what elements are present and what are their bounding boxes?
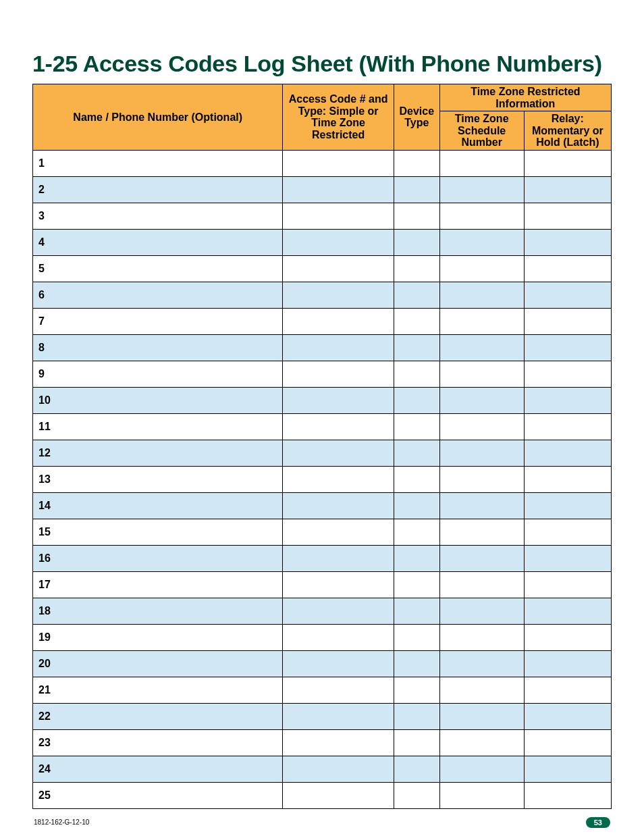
table-row: 3	[33, 203, 612, 229]
header-tz-schedule: Time Zone Schedule Number	[439, 111, 524, 151]
device-type-cell	[394, 440, 439, 466]
tz-schedule-cell	[439, 387, 524, 413]
access-code-cell	[283, 203, 394, 229]
access-code-cell	[283, 519, 394, 545]
relay-cell	[524, 650, 611, 677]
device-type-cell	[394, 782, 439, 808]
tz-schedule-cell	[439, 466, 524, 492]
device-type-cell	[394, 729, 439, 756]
row-number-cell: 5	[33, 255, 283, 282]
page-footer: 1812-162-G-12-10 53	[32, 817, 612, 828]
row-number-cell: 13	[33, 466, 283, 492]
table-row: 20	[33, 650, 612, 677]
access-code-cell	[283, 150, 394, 176]
relay-cell	[524, 334, 611, 361]
tz-schedule-cell	[439, 255, 524, 282]
access-code-cell	[283, 492, 394, 519]
tz-schedule-cell	[439, 519, 524, 545]
row-number-cell: 14	[33, 492, 283, 519]
row-number-cell: 18	[33, 598, 283, 624]
table-row: 1	[33, 150, 612, 176]
table-header: Name / Phone Number (Optional) Access Co…	[33, 84, 612, 151]
relay-cell	[524, 571, 611, 598]
device-type-cell	[394, 282, 439, 308]
table-row: 4	[33, 229, 612, 255]
table-row: 21	[33, 677, 612, 703]
table-body: 1234567891011121314151617181920212223242…	[33, 150, 612, 808]
tz-schedule-cell	[439, 782, 524, 808]
tz-schedule-cell	[439, 545, 524, 571]
device-type-cell	[394, 361, 439, 387]
device-type-cell	[394, 150, 439, 176]
relay-cell	[524, 624, 611, 650]
access-code-cell	[283, 282, 394, 308]
access-code-cell	[283, 255, 394, 282]
row-number-cell: 1	[33, 150, 283, 176]
table-row: 22	[33, 703, 612, 729]
tz-schedule-cell	[439, 677, 524, 703]
device-type-cell	[394, 756, 439, 782]
footer-doc-code: 1812-162-G-12-10	[34, 818, 89, 826]
access-code-cell	[283, 413, 394, 440]
tz-schedule-cell	[439, 650, 524, 677]
table-row: 15	[33, 519, 612, 545]
relay-cell	[524, 545, 611, 571]
table-row: 8	[33, 334, 612, 361]
table-row: 11	[33, 413, 612, 440]
access-code-cell	[283, 756, 394, 782]
device-type-cell	[394, 255, 439, 282]
tz-schedule-cell	[439, 361, 524, 387]
tz-schedule-cell	[439, 440, 524, 466]
relay-cell	[524, 492, 611, 519]
relay-cell	[524, 703, 611, 729]
relay-cell	[524, 440, 611, 466]
row-number-cell: 6	[33, 282, 283, 308]
table-row: 10	[33, 387, 612, 413]
table-row: 17	[33, 571, 612, 598]
access-code-cell	[283, 334, 394, 361]
row-number-cell: 3	[33, 203, 283, 229]
table-row: 6	[33, 282, 612, 308]
table-row: 9	[33, 361, 612, 387]
table-row: 12	[33, 440, 612, 466]
access-code-cell	[283, 624, 394, 650]
header-tz-group: Time Zone Restricted Information	[439, 84, 611, 111]
row-number-cell: 21	[33, 677, 283, 703]
header-relay: Relay: Momentary or Hold (Latch)	[524, 111, 611, 151]
relay-cell	[524, 176, 611, 203]
tz-schedule-cell	[439, 756, 524, 782]
row-number-cell: 16	[33, 545, 283, 571]
row-number-cell: 12	[33, 440, 283, 466]
access-code-cell	[283, 229, 394, 255]
device-type-cell	[394, 598, 439, 624]
relay-cell	[524, 782, 611, 808]
table-row: 19	[33, 624, 612, 650]
table-row: 14	[33, 492, 612, 519]
relay-cell	[524, 519, 611, 545]
relay-cell	[524, 150, 611, 176]
footer-page-number: 53	[586, 817, 610, 828]
access-code-cell	[283, 466, 394, 492]
relay-cell	[524, 255, 611, 282]
device-type-cell	[394, 650, 439, 677]
row-number-cell: 25	[33, 782, 283, 808]
device-type-cell	[394, 703, 439, 729]
table-row: 7	[33, 308, 612, 334]
tz-schedule-cell	[439, 203, 524, 229]
tz-schedule-cell	[439, 729, 524, 756]
tz-schedule-cell	[439, 703, 524, 729]
access-code-cell	[283, 308, 394, 334]
row-number-cell: 9	[33, 361, 283, 387]
relay-cell	[524, 756, 611, 782]
relay-cell	[524, 598, 611, 624]
device-type-cell	[394, 229, 439, 255]
tz-schedule-cell	[439, 229, 524, 255]
access-code-cell	[283, 782, 394, 808]
tz-schedule-cell	[439, 334, 524, 361]
header-name: Name / Phone Number (Optional)	[33, 84, 283, 151]
device-type-cell	[394, 571, 439, 598]
relay-cell	[524, 229, 611, 255]
row-number-cell: 22	[33, 703, 283, 729]
table-row: 13	[33, 466, 612, 492]
device-type-cell	[394, 519, 439, 545]
